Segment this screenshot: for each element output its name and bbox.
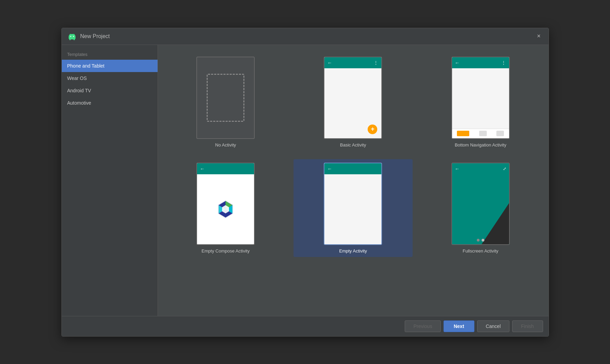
empty-app-bar: ← (324, 163, 381, 174)
bottom-nav-item (496, 131, 504, 136)
svg-point-3 (73, 36, 74, 37)
basic-activity-label: Basic Activity (340, 142, 366, 148)
sidebar: Templates Phone and Tablet Wear OS Andro… (62, 45, 158, 316)
new-project-dialog: New Project × Templates Phone and Tablet… (61, 28, 549, 337)
fullscreen-dots (477, 239, 484, 242)
templates-grid-container: No Activity ← ⋮ + (158, 45, 549, 316)
back-arrow-icon: ← (455, 166, 460, 172)
compose-content (197, 174, 254, 244)
no-activity-label: No Activity (215, 142, 236, 148)
bottom-nav-active-item (457, 131, 469, 136)
dialog-footer: Previous Next Cancel Finish (62, 316, 549, 336)
bottom-navigation-bar (452, 129, 509, 138)
template-card-empty-activity[interactable]: ← Empty Activity (294, 159, 413, 257)
bottom-navigation-label: Bottom Navigation Activity (455, 142, 506, 148)
back-arrow-icon: ← (455, 60, 460, 66)
template-card-empty-compose[interactable]: ← (166, 159, 285, 257)
basic-content-area: + (324, 68, 381, 138)
template-card-bottom-navigation[interactable]: ← ⋮ Bottom Navigation Activity (421, 53, 540, 151)
svg-rect-6 (69, 38, 71, 40)
android-logo-icon (67, 33, 77, 40)
back-arrow-icon: ← (327, 166, 332, 172)
template-card-basic-activity[interactable]: ← ⋮ + Basic Activity (294, 53, 413, 151)
dot-icon (477, 239, 480, 242)
template-card-no-activity[interactable]: No Activity (166, 53, 285, 151)
fullscreen-header: ← ⤢ (452, 163, 509, 174)
back-arrow-icon: ← (327, 60, 332, 66)
sidebar-section-label: Templates (62, 48, 158, 60)
empty-activity-label: Empty Activity (339, 248, 367, 254)
templates-grid: No Activity ← ⋮ + (166, 53, 540, 264)
fullscreen-preview: ← ⤢ (451, 163, 510, 245)
fullscreen-expand-icon: ⤢ (503, 166, 506, 171)
dot-active-icon (482, 239, 484, 242)
close-button[interactable]: × (535, 32, 543, 40)
svg-point-2 (70, 36, 71, 37)
sidebar-item-automotive[interactable]: Automotive (62, 97, 158, 109)
cancel-button[interactable]: Cancel (477, 320, 509, 332)
sidebar-item-android-tv[interactable]: Android TV (62, 84, 158, 97)
compose-preview: ← (196, 163, 255, 245)
fab-button: + (368, 125, 377, 134)
empty-content (324, 174, 381, 244)
fullscreen-label: Fullscreen Activity (463, 248, 498, 254)
bottom-nav-item (479, 131, 487, 136)
back-arrow-icon: ← (200, 166, 205, 172)
fullscreen-diagonal (482, 203, 509, 244)
sidebar-item-phone-and-tablet[interactable]: Phone and Tablet (62, 60, 158, 72)
no-activity-preview (196, 57, 255, 139)
fullscreen-content (452, 174, 509, 244)
overflow-menu-icon: ⋮ (501, 60, 506, 66)
compose-app-bar: ← (197, 163, 254, 174)
overflow-menu-icon: ⋮ (373, 60, 379, 66)
svg-rect-7 (73, 38, 75, 40)
bottom-nav-preview: ← ⋮ (451, 57, 510, 139)
empty-activity-preview: ← (324, 163, 382, 245)
dialog-body: Templates Phone and Tablet Wear OS Andro… (62, 45, 549, 316)
title-bar: New Project × (62, 28, 549, 45)
previous-button[interactable]: Previous (405, 320, 440, 332)
dashed-rect-icon (207, 74, 244, 122)
bottom-nav-content-area (452, 68, 509, 129)
bottom-nav-app-bar: ← ⋮ (452, 57, 509, 68)
empty-compose-label: Empty Compose Activity (202, 248, 250, 254)
sidebar-item-wear-os[interactable]: Wear OS (62, 72, 158, 84)
dialog-title: New Project (80, 33, 535, 39)
basic-activity-preview: ← ⋮ + (324, 57, 382, 139)
next-button[interactable]: Next (444, 320, 474, 332)
finish-button[interactable]: Finish (512, 320, 543, 332)
basic-app-bar: ← ⋮ (324, 57, 381, 68)
template-card-fullscreen[interactable]: ← ⤢ Fullscreen Activity (421, 159, 540, 257)
compose-logo-icon (215, 199, 236, 220)
